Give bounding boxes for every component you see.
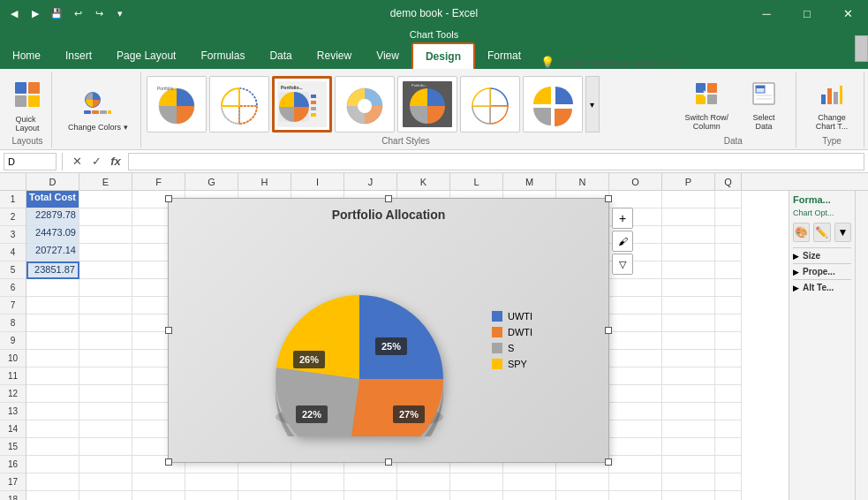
cell-O1[interactable] <box>609 191 662 208</box>
chart-styles-scroll-btn[interactable]: ▾ <box>585 76 600 133</box>
cell-D3[interactable]: 24473.09 <box>26 226 79 244</box>
select-data-label: SelectData <box>752 113 774 131</box>
chart-style-5[interactable]: Portfolio... <box>397 76 457 133</box>
col-header-O[interactable]: O <box>609 173 662 190</box>
chart-legend: UWTI DWTI S SPY <box>492 311 532 369</box>
switch-row-column-button[interactable]: Switch Row/Column <box>676 78 737 134</box>
tell-me-bar[interactable]: 💡 Tell me what you want to do <box>533 56 868 69</box>
legend-color-s <box>492 343 502 353</box>
chart-handle-bm[interactable] <box>385 458 392 466</box>
tab-insert[interactable]: Insert <box>53 42 104 69</box>
nav-back[interactable]: ◀ <box>4 4 24 23</box>
quick-layout-icon <box>13 80 42 113</box>
quick-save[interactable]: 💾 <box>47 4 66 23</box>
chart-handle-br[interactable] <box>605 458 612 466</box>
col-header-F[interactable]: F <box>132 173 185 190</box>
svg-text:22%: 22% <box>302 409 321 420</box>
window-controls: ─ □ ✕ <box>746 0 868 27</box>
tab-home[interactable]: Home <box>0 42 53 69</box>
col-header-G[interactable]: G <box>185 173 238 190</box>
chart-styles-button[interactable]: 🖌 <box>612 231 633 252</box>
col-header-H[interactable]: H <box>238 173 291 190</box>
col-header-I[interactable]: I <box>291 173 344 190</box>
col-header-J[interactable]: J <box>344 173 397 190</box>
cancel-formula-button[interactable]: ✕ <box>68 153 86 170</box>
quick-access-dropdown[interactable]: ▾ <box>110 4 130 23</box>
chart-handle-tm[interactable] <box>385 195 392 202</box>
confirm-formula-button[interactable]: ✓ <box>87 153 105 170</box>
chart-handle-bl[interactable] <box>165 458 172 466</box>
name-box[interactable] <box>4 153 57 170</box>
vertical-scrollbar[interactable] <box>855 191 868 500</box>
cell-E1[interactable] <box>79 191 132 208</box>
cell-D5[interactable]: 23851.87 <box>26 261 79 279</box>
tab-view[interactable]: View <box>364 42 411 69</box>
tab-page-layout[interactable]: Page Layout <box>104 42 188 69</box>
formula-input[interactable] <box>128 153 864 170</box>
panel-paint-button[interactable]: 🎨 <box>793 223 810 242</box>
chart-content: 25% 27% 22% 26% UWTI <box>177 226 600 453</box>
grid-row-17 <box>26 473 789 491</box>
chart-style-6[interactable] <box>460 76 520 133</box>
change-chart-type-button[interactable]: ChangeChart T... <box>805 78 858 134</box>
change-colors-button[interactable]: Change Colors ▾ <box>61 88 135 134</box>
cell-E2[interactable] <box>79 208 132 226</box>
chart-overlay[interactable]: Portfolio Allocation <box>168 198 609 463</box>
cell-D2[interactable]: 22879.78 <box>26 208 79 226</box>
maximize-button[interactable]: □ <box>787 0 827 27</box>
switch-row-column-label: Switch Row/Column <box>684 113 728 131</box>
chart-elements-button[interactable]: + <box>612 208 633 229</box>
chart-style-3[interactable]: Portfolio... <box>272 76 332 133</box>
insert-function-button[interactable]: fx <box>107 153 125 170</box>
col-header-E[interactable]: E <box>79 173 132 190</box>
cell-Q2[interactable] <box>715 208 742 226</box>
tab-format[interactable]: Format <box>475 42 533 69</box>
tab-review[interactable]: Review <box>305 42 364 69</box>
cell-D4[interactable]: 20727.14 <box>26 244 79 261</box>
cell-Q1[interactable] <box>715 191 742 208</box>
svg-rect-1 <box>28 82 40 94</box>
cell-P2[interactable] <box>662 208 715 226</box>
col-header-N[interactable]: N <box>556 173 609 190</box>
quick-redo[interactable]: ↪ <box>89 4 109 23</box>
data-actions-area: Switch Row/Column SelectData <box>676 72 790 136</box>
panel-section-properties[interactable]: ▶ Prope... <box>793 263 851 279</box>
chart-style-4[interactable] <box>335 76 395 133</box>
row-4: 4 <box>0 244 26 261</box>
col-header-D[interactable]: D <box>26 173 79 190</box>
quick-undo[interactable]: ↩ <box>68 4 87 23</box>
chart-style-1[interactable]: Portfolio... <box>147 76 207 133</box>
col-header-P[interactable]: P <box>662 173 715 190</box>
tab-formulas[interactable]: Formulas <box>188 42 257 69</box>
col-header-K[interactable]: K <box>397 173 450 190</box>
legend-uwti: UWTI <box>492 311 532 322</box>
ribbon-group-colors: Change Colors ▾ <box>56 72 141 148</box>
cell-P1[interactable] <box>662 191 715 208</box>
panel-section-alt-text[interactable]: ▶ Alt Te... <box>793 279 851 295</box>
window-title: demo book - Excel <box>390 7 478 19</box>
chart-handle-mr[interactable] <box>605 327 612 334</box>
select-data-button[interactable]: SelectData <box>737 78 790 134</box>
col-header-Q[interactable]: Q <box>715 173 742 190</box>
chart-handle-ml[interactable] <box>165 327 172 334</box>
col-header-M[interactable]: M <box>503 173 556 190</box>
panel-section-size[interactable]: ▶ Size <box>793 247 851 263</box>
quick-layout-button[interactable]: QuickLayout <box>9 78 46 135</box>
nav-forward[interactable]: ▶ <box>26 4 45 23</box>
panel-down-button[interactable]: ▼ <box>834 223 851 242</box>
chart-style-2[interactable] <box>209 76 269 133</box>
close-button[interactable]: ✕ <box>827 0 868 27</box>
chart-handle-tr[interactable] <box>605 195 612 202</box>
cell-D1[interactable]: Total Cost <box>26 191 79 208</box>
chart-filters-button[interactable]: ▽ <box>612 254 633 275</box>
chart-handle-tl[interactable] <box>165 195 172 202</box>
minimize-button[interactable]: ─ <box>746 0 787 27</box>
tab-data[interactable]: Data <box>257 42 304 69</box>
panel-pencil-button[interactable]: ✏️ <box>813 223 830 242</box>
tab-design[interactable]: Design <box>411 42 475 69</box>
chart-style-7[interactable] <box>523 76 583 133</box>
pie-chart[interactable]: 25% 27% 22% 26% <box>245 242 474 438</box>
col-header-L[interactable]: L <box>450 173 503 190</box>
svg-rect-28 <box>707 95 717 104</box>
svg-rect-16 <box>311 95 316 98</box>
